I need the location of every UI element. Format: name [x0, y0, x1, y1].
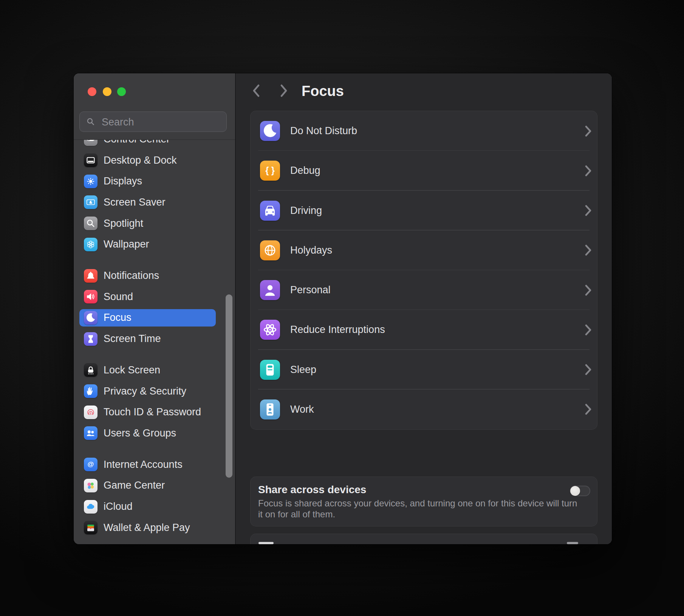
focus-modes-card: Do Not Disturb{ }DebugDrivingHolydaysPer…	[251, 111, 597, 429]
person-glyph	[262, 282, 279, 299]
sidebar: Control CenterDesktop & DockDisplaysScre…	[74, 73, 236, 544]
sidebar-item-internet-accounts[interactable]: @Internet Accounts	[79, 456, 216, 473]
hourglass-icon	[84, 332, 97, 346]
sidebar-item-label: Desktop & Dock	[104, 152, 177, 169]
minimize-window-button[interactable]	[103, 87, 111, 96]
cloud-glyph	[85, 501, 96, 512]
hand-glyph	[85, 385, 96, 397]
chevron-right-icon	[585, 205, 592, 216]
focus-row-do-not-disturb[interactable]: Do Not Disturb	[251, 111, 597, 151]
moon-icon	[260, 121, 280, 141]
flower-icon	[84, 238, 97, 251]
svg-text:@: @	[88, 460, 94, 468]
sidebar-item-label: Users & Groups	[104, 424, 176, 442]
sidebar-item-wallet[interactable]: Wallet & Apple Pay	[79, 519, 216, 536]
bed-glyph	[262, 361, 279, 378]
titlebar	[74, 73, 235, 110]
focus-row-debug[interactable]: { }Debug	[251, 151, 597, 190]
sidebar-item-wallpaper[interactable]: Wallpaper	[79, 236, 216, 253]
person-icon	[260, 280, 280, 300]
focus-row-sleep[interactable]: Sleep	[251, 350, 597, 390]
toggle-knob	[570, 486, 580, 496]
system-settings-window: Control CenterDesktop & DockDisplaysScre…	[74, 73, 612, 544]
sidebar-item-screen-time[interactable]: Screen Time	[79, 330, 216, 348]
sidebar-item-focus[interactable]: Focus	[79, 309, 216, 327]
zoom-window-button[interactable]	[117, 87, 126, 96]
flower-glyph	[85, 239, 96, 250]
focus-row-holydays[interactable]: Holydays	[251, 231, 597, 270]
sidebar-item-notifications[interactable]: Notifications	[79, 267, 216, 285]
sidebar-item-touch-id[interactable]: Touch ID & Password	[79, 404, 216, 421]
clipped-row-fragment	[258, 542, 274, 544]
share-across-devices-card: Share across devices Focus is shared acr…	[251, 477, 597, 526]
toggle-pill-glyph	[85, 139, 96, 145]
search-field[interactable]	[79, 111, 227, 132]
hand-icon	[84, 384, 97, 398]
focus-row-personal[interactable]: Personal	[251, 270, 597, 310]
close-window-button[interactable]	[88, 87, 96, 96]
sidebar-item-game-center[interactable]: Game Center	[79, 477, 216, 494]
search-input[interactable]	[101, 112, 223, 132]
focus-row-reduce-interruptions[interactable]: Reduce Interruptions	[251, 310, 597, 350]
cloud-icon	[84, 500, 97, 514]
sidebar-item-sound[interactable]: Sound	[79, 288, 216, 305]
sidebar-item-label: Wallet & Apple Pay	[104, 519, 190, 536]
speaker-icon	[84, 290, 97, 303]
sidebar-item-users-groups[interactable]: Users & Groups	[79, 424, 216, 442]
search-icon	[86, 117, 96, 127]
screensaver-icon	[84, 195, 97, 209]
gamecenter-glyph	[85, 480, 96, 491]
braces-icon: { }	[260, 161, 280, 181]
moon-glyph	[85, 312, 96, 323]
chevron-left-icon	[252, 84, 260, 97]
sidebar-item-control-center[interactable]: Control Center	[79, 139, 216, 148]
sidebar-scrollbar[interactable]	[226, 294, 232, 478]
sidebar-item-label: Touch ID & Password	[104, 404, 201, 421]
sidebar-item-label: Internet Accounts	[104, 456, 183, 473]
focus-row-driving[interactable]: Driving	[251, 191, 597, 231]
bell-glyph	[85, 270, 96, 282]
atom-icon	[260, 320, 280, 340]
clipped-bottom-card	[251, 534, 597, 544]
focus-row-label: Do Not Disturb	[290, 111, 357, 151]
sidebar-item-label: Sound	[104, 288, 133, 305]
users-icon	[84, 426, 97, 440]
sidebar-item-desktop-dock[interactable]: Desktop & Dock	[79, 152, 216, 169]
lock-glyph	[85, 364, 96, 376]
bed-icon	[260, 360, 280, 380]
focus-row-label: Driving	[290, 191, 322, 231]
globe-glyph	[262, 242, 279, 259]
clipped-row-fragment	[567, 542, 578, 544]
lock-icon	[84, 363, 97, 377]
share-across-devices-title: Share across devices	[258, 484, 366, 496]
screensaver-glyph	[85, 197, 96, 208]
magnifier-glyph	[85, 218, 96, 229]
focus-row-work[interactable]: Work	[251, 390, 597, 429]
users-glyph	[85, 427, 96, 439]
focus-row-label: Debug	[290, 151, 320, 190]
sidebar-item-label: iCloud	[104, 498, 133, 515]
sidebar-item-privacy-security[interactable]: Privacy & Security	[79, 382, 216, 400]
sidebar-item-spotlight[interactable]: Spotlight	[79, 215, 216, 232]
focus-row-label: Work	[290, 390, 314, 429]
focus-row-label: Personal	[290, 270, 331, 310]
sidebar-item-lock-screen[interactable]: Lock Screen	[79, 361, 216, 379]
wallet-cards-glyph	[85, 522, 96, 533]
at-glyph: @	[85, 459, 96, 470]
sidebar-item-icloud[interactable]: iCloud	[79, 498, 216, 515]
sidebar-item-label: Wallpaper	[104, 236, 149, 253]
sidebar-item-label: Privacy & Security	[104, 382, 186, 400]
sidebar-list: Control CenterDesktop & DockDisplaysScre…	[74, 139, 235, 544]
sidebar-item-screen-saver[interactable]: Screen Saver	[79, 193, 216, 211]
back-button[interactable]	[252, 84, 260, 97]
car-glyph	[262, 202, 279, 219]
gamecenter-icon	[84, 479, 97, 492]
focus-row-label: Holydays	[290, 231, 332, 270]
forward-button[interactable]	[280, 84, 288, 97]
share-across-devices-toggle[interactable]	[570, 486, 590, 496]
chevron-right-icon	[585, 165, 592, 176]
chevron-right-icon	[280, 84, 288, 97]
dock-window-icon	[84, 153, 97, 167]
sun-glyph	[85, 176, 96, 187]
sidebar-item-displays[interactable]: Displays	[79, 173, 216, 190]
